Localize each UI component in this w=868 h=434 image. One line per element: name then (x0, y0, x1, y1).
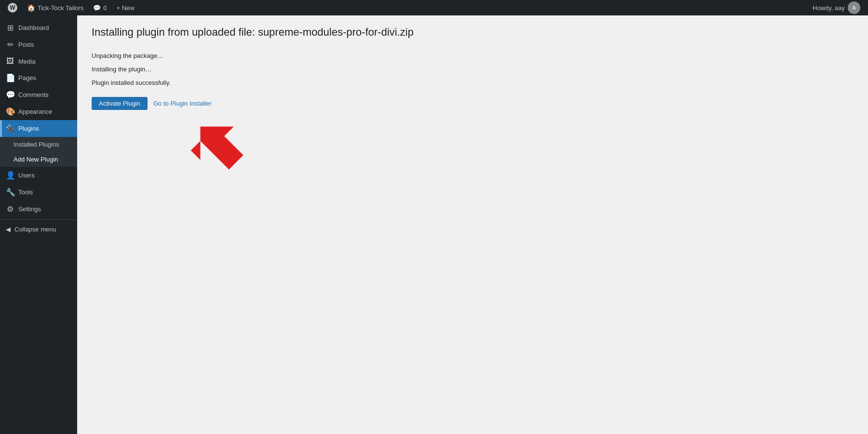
sidebar-item-label: Settings (18, 205, 41, 213)
sidebar-item-media[interactable]: 🖼 Media (0, 53, 77, 69)
action-buttons: Activate Plugin Go to Plugin Installer (92, 97, 854, 110)
sidebar-item-label: Comments (18, 91, 49, 98)
sidebar-item-posts[interactable]: ✏ Posts (0, 36, 77, 53)
admin-bar: W 🏠 Tick-Tock Tailors 💬 0 + New Howdy, a… (0, 0, 868, 15)
sidebar-item-label: Pages (18, 74, 36, 81)
users-icon: 👤 (6, 171, 14, 180)
sidebar-item-pages[interactable]: 📄 Pages (0, 69, 77, 86)
log-line-1: Unpacking the package… (92, 50, 854, 62)
avatar: A (848, 1, 860, 14)
sidebar-item-appearance[interactable]: 🎨 Appearance (0, 103, 77, 120)
installed-plugins-label: Installed Plugins (14, 141, 59, 148)
sidebar-item-users[interactable]: 👤 Users (0, 167, 77, 184)
new-content-button[interactable]: + New (113, 0, 138, 15)
comments-count: 0 (103, 4, 107, 12)
collapse-menu-button[interactable]: ◀ Collapse menu (0, 222, 77, 237)
howdy-label: Howdy, aay (813, 4, 845, 12)
sidebar-item-settings[interactable]: ⚙ Settings (0, 201, 77, 217)
log-line-2: Installing the plugin… (92, 63, 854, 76)
new-label: + New (117, 4, 135, 12)
sidebar-item-label: Dashboard (18, 24, 49, 31)
svg-marker-1 (184, 110, 253, 179)
submenu-installed-plugins[interactable]: Installed Plugins (0, 137, 77, 152)
dashboard-icon: ⊞ (6, 23, 14, 32)
site-name-label: Tick-Tock Tailors (38, 4, 83, 12)
log-line-3: Plugin installed successfully. (92, 77, 854, 89)
collapse-menu-label: Collapse menu (14, 226, 56, 233)
menu-separator (0, 219, 77, 220)
sidebar-item-label: Plugins (18, 125, 39, 132)
page-title: Installing plugin from uploaded file: su… (92, 25, 854, 40)
site-name-button[interactable]: 🏠 Tick-Tock Tailors (23, 0, 87, 15)
settings-icon: ⚙ (6, 204, 14, 214)
comments-icon: 💬 (93, 4, 101, 12)
sidebar-item-label: Appearance (18, 108, 52, 115)
admin-sidebar: ⊞ Dashboard ✏ Posts 🖼 Media 📄 Pages 💬 Co… (0, 15, 77, 434)
appearance-icon: 🎨 (6, 107, 14, 116)
main-content-wrapper: Installing plugin from uploaded file: su… (77, 15, 868, 434)
tools-icon: 🔧 (6, 188, 14, 197)
sidebar-item-label: Tools (18, 189, 33, 196)
home-icon: 🏠 (27, 4, 35, 12)
posts-icon: ✏ (6, 40, 14, 49)
submenu-add-new-plugin[interactable]: Add New Plugin (0, 152, 77, 167)
sidebar-item-label: Users (18, 172, 35, 179)
sidebar-item-label: Media (18, 58, 35, 65)
sidebar-item-label: Posts (18, 41, 34, 48)
sidebar-item-plugins[interactable]: 🔌 Plugins (0, 120, 77, 137)
wp-logo-icon: W (8, 3, 17, 13)
wp-logo-button[interactable]: W (4, 0, 21, 15)
comments-button[interactable]: 💬 0 (89, 0, 110, 15)
howdy-menu[interactable]: Howdy, aay A (809, 1, 864, 14)
collapse-arrow-icon: ◀ (6, 226, 11, 233)
install-log: Unpacking the package… Installing the pl… (92, 50, 854, 89)
wp-body: Installing plugin from uploaded file: su… (77, 15, 868, 120)
media-icon: 🖼 (6, 57, 14, 66)
plugins-icon: 🔌 (6, 124, 14, 133)
sidebar-item-comments[interactable]: 💬 Comments (0, 86, 77, 103)
comments-sidebar-icon: 💬 (6, 90, 14, 99)
sidebar-item-tools[interactable]: 🔧 Tools (0, 184, 77, 201)
activate-plugin-button[interactable]: Activate Plugin (92, 97, 148, 110)
pages-icon: 📄 (6, 73, 14, 82)
go-to-plugin-installer-link[interactable]: Go to Plugin Installer (153, 100, 212, 107)
add-new-plugin-label: Add New Plugin (14, 156, 58, 163)
plugins-submenu: Installed Plugins Add New Plugin (0, 137, 77, 167)
sidebar-item-dashboard[interactable]: ⊞ Dashboard (0, 19, 77, 36)
